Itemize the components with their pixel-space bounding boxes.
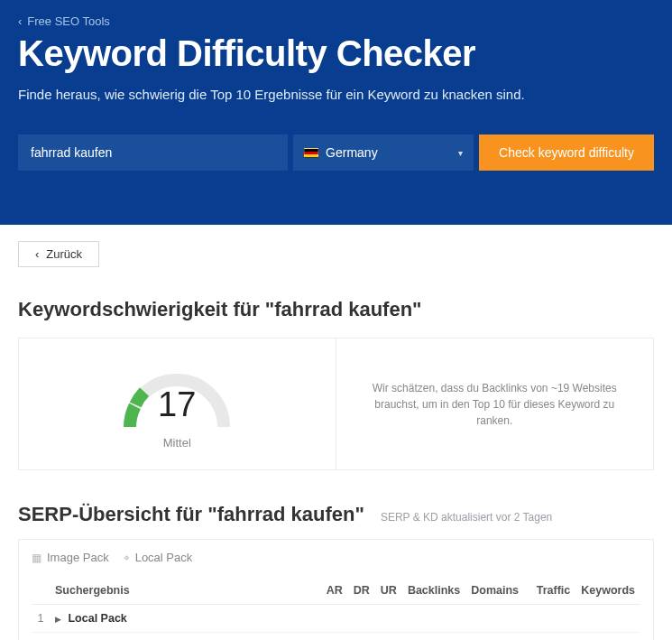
- feature-local-pack: ⌖ Local Pack: [124, 551, 193, 564]
- cell-backlinks: 216,039: [402, 633, 465, 641]
- row-position: 2: [32, 633, 50, 641]
- row-special-label: Local Pack: [68, 612, 126, 625]
- page-subtitle: Finde heraus, wie schwierig die Top 10 E…: [18, 87, 654, 102]
- kd-difficulty-label: Mittel: [163, 436, 191, 450]
- page-title: Keyword Difficulty Checker: [18, 33, 654, 74]
- serp-features-row: ▦ Image Pack ⌖ Local Pack: [32, 551, 640, 564]
- col-ar: AR: [311, 577, 348, 605]
- image-pack-icon: ▦: [32, 552, 41, 564]
- search-row: Germany ▾ Check keyword difficulty: [18, 134, 654, 171]
- table-row[interactable]: 1 ▶ Local Pack: [32, 605, 640, 633]
- kd-score: 17: [114, 385, 240, 424]
- kd-estimate-text: Wir schätzen, dass du Backlinks von ~19 …: [373, 380, 618, 429]
- serp-title-row: SERP-Übersicht für "fahrrad kaufen" SERP…: [18, 503, 654, 526]
- country-label: Germany: [326, 145, 378, 160]
- serp-card: ▦ Image Pack ⌖ Local Pack Suchergebnis A…: [18, 539, 654, 640]
- feature-image-pack: ▦ Image Pack: [32, 551, 109, 564]
- feature-label: Image Pack: [47, 551, 109, 564]
- cell-traffic: 141,828: [524, 633, 575, 641]
- col-dr: DR: [348, 577, 375, 605]
- chevron-down-icon: ▾: [458, 148, 463, 158]
- kd-gauge-panel: 17 Mittel: [19, 339, 336, 469]
- col-ur: UR: [375, 577, 402, 605]
- cell-domains: 1,267: [465, 633, 524, 641]
- keyword-input[interactable]: [18, 134, 288, 171]
- row-position: 1: [32, 605, 50, 633]
- chevron-left-icon: ‹: [35, 247, 39, 261]
- cell-ur: 56: [375, 633, 402, 641]
- kd-section-title: Keywordschwierigkeit für "fahrrad kaufen…: [18, 298, 654, 321]
- hero-section: ‹ Free SEO Tools Keyword Difficulty Chec…: [0, 0, 672, 225]
- back-button[interactable]: ‹ Zurück: [18, 241, 99, 267]
- col-result: Suchergebnis: [50, 577, 311, 605]
- check-difficulty-button[interactable]: Check keyword difficulty: [479, 134, 654, 171]
- chevron-left-icon: ‹: [18, 14, 22, 28]
- kd-card: 17 Mittel Wir schätzen, dass du Backlink…: [18, 338, 654, 470]
- col-keywords: Keywords: [575, 577, 640, 605]
- back-label: Zurück: [46, 247, 82, 261]
- serp-updated-meta: SERP & KD aktualisiert vor 2 Tagen: [381, 511, 552, 524]
- expand-triangle-icon[interactable]: ▶: [55, 615, 61, 624]
- breadcrumb[interactable]: ‹ Free SEO Tools: [18, 14, 654, 28]
- col-traffic: Traffic: [524, 577, 575, 605]
- kd-estimate-panel: Wir schätzen, dass du Backlinks von ~19 …: [336, 339, 654, 469]
- flag-de-icon: [304, 148, 318, 158]
- serp-section-title: SERP-Übersicht für "fahrrad kaufen": [18, 503, 364, 526]
- location-pin-icon: ⌖: [124, 552, 130, 564]
- feature-label: Local Pack: [135, 551, 193, 564]
- col-domains: Domains: [465, 577, 524, 605]
- table-row[interactable]: 2 Fahrrad.de ▷ dein Online-Shop rund ums…: [32, 633, 640, 641]
- breadcrumb-label: Free SEO Tools: [27, 14, 110, 28]
- col-backlinks: Backlinks: [402, 577, 465, 605]
- cell-ar: 111K: [311, 633, 348, 641]
- serp-table: Suchergebnis AR DR UR Backlinks Domains …: [32, 577, 640, 640]
- cell-dr: 70: [348, 633, 375, 641]
- country-select[interactable]: Germany ▾: [293, 134, 474, 171]
- cell-keywords: 11,652: [575, 633, 640, 641]
- content-area: ‹ Zurück Keywordschwierigkeit für "fahrr…: [0, 225, 672, 640]
- kd-gauge: 17: [114, 364, 240, 434]
